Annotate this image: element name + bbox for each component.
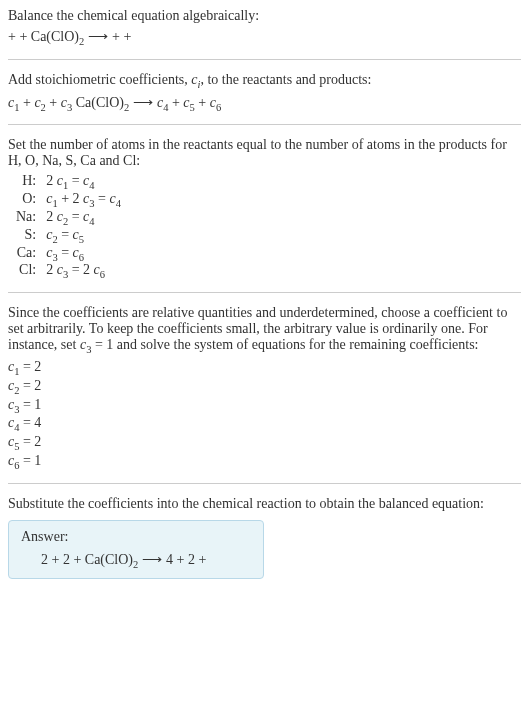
list-item: c1 = 2 <box>8 359 521 377</box>
list-item: c6 = 1 <box>8 453 521 471</box>
intro-section: Balance the chemical equation algebraica… <box>8 8 521 47</box>
intro-line1: Balance the chemical equation algebraica… <box>8 8 521 24</box>
step1-section: Add stoichiometric coefficients, ci, to … <box>8 72 521 113</box>
table-row: Ca: c3 = c6 <box>12 245 125 263</box>
answer-label: Answer: <box>21 529 251 545</box>
step3-section: Since the coefficients are relative quan… <box>8 305 521 471</box>
divider <box>8 59 521 60</box>
list-item: c5 = 2 <box>8 434 521 452</box>
step1-equation: c1 + c2 + c3 Ca(ClO)2 ⟶ c4 + c5 + c6 <box>8 94 521 113</box>
answer-box: Answer: 2 + 2 + Ca(ClO)2 ⟶ 4 + 2 + <box>8 520 264 579</box>
divider <box>8 483 521 484</box>
answer-equation: 2 + 2 + Ca(ClO)2 ⟶ 4 + 2 + <box>21 551 251 570</box>
list-item: c2 = 2 <box>8 378 521 396</box>
step1-line1: Add stoichiometric coefficients, ci, to … <box>8 72 521 90</box>
table-row: O: c1 + 2 c3 = c4 <box>12 191 125 209</box>
divider <box>8 124 521 125</box>
divider <box>8 292 521 293</box>
table-row: Cl: 2 c3 = 2 c6 <box>12 262 125 280</box>
list-item: c4 = 4 <box>8 415 521 433</box>
step2-line1: Set the number of atoms in the reactants… <box>8 137 521 169</box>
step3-line1: Since the coefficients are relative quan… <box>8 305 521 355</box>
table-row: Na: 2 c2 = c4 <box>12 209 125 227</box>
step4-section: Substitute the coefficients into the che… <box>8 496 521 579</box>
table-row: S: c2 = c5 <box>12 227 125 245</box>
intro-equation: + + Ca(ClO)2 ⟶ + + <box>8 28 521 47</box>
coefficients-list: c1 = 2 c2 = 2 c3 = 1 c4 = 4 c5 = 2 c6 = … <box>8 359 521 471</box>
step2-section: Set the number of atoms in the reactants… <box>8 137 521 280</box>
atom-equations-table: H: 2 c1 = c4 O: c1 + 2 c3 = c4 Na: 2 c2 … <box>12 173 125 280</box>
table-row: H: 2 c1 = c4 <box>12 173 125 191</box>
step4-line1: Substitute the coefficients into the che… <box>8 496 521 512</box>
list-item: c3 = 1 <box>8 397 521 415</box>
